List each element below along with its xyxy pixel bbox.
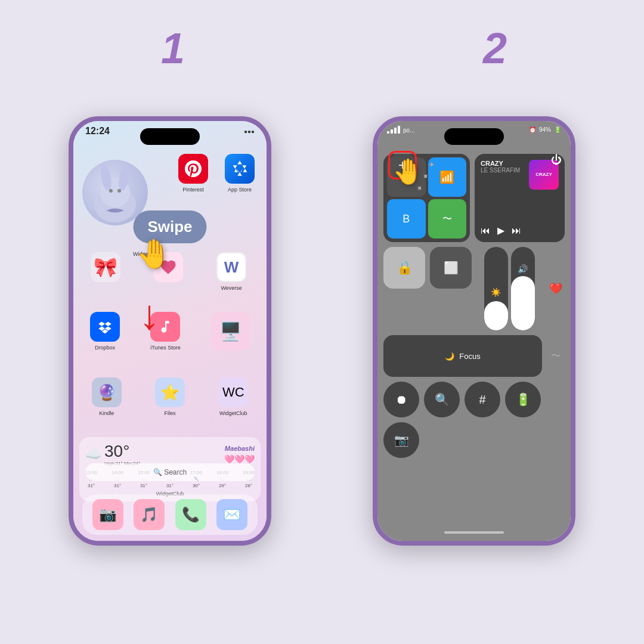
computer-icon: 🖥️: [211, 312, 250, 351]
next-icon[interactable]: ⏭: [512, 225, 521, 236]
step-2-number: 2: [483, 24, 507, 73]
computer-widget[interactable]: 🖥️: [211, 312, 250, 354]
play-icon[interactable]: ▶: [497, 225, 504, 236]
status-icons: ●●●: [244, 128, 255, 135]
power-icon[interactable]: ⏻: [551, 154, 562, 166]
swipe-label: Swipe: [147, 218, 192, 236]
wifi-side-icon: 〜: [547, 335, 565, 377]
step-1-number: 1: [161, 24, 185, 73]
signal-bar-2: [391, 129, 393, 134]
music-artist: LE SSERAFIM: [481, 167, 520, 174]
sliders-group: ☀️ 🔊: [476, 247, 542, 330]
heart-side: ❤️: [547, 247, 565, 330]
airdrop-btn[interactable]: 〜: [428, 199, 467, 239]
sparkle-2: ✦: [428, 160, 435, 169]
search-text: 🔍 Search: [153, 468, 187, 476]
widgetclub-2-app[interactable]: WC WidgetClub: [218, 377, 248, 416]
music-title: CRAZY: [481, 160, 520, 167]
pinterest-app[interactable]: Pinterest: [172, 154, 214, 193]
record-btn[interactable]: ⏺: [383, 382, 419, 417]
phone-1-screen: 12:24 ●●●: [73, 121, 267, 541]
hand-cursor-2: 🤚: [392, 157, 423, 186]
app-row-3: Dropbox iTunes Store 🖥️: [76, 312, 264, 354]
camera-dock-icon[interactable]: 📷: [92, 499, 123, 530]
bluetooth-btn[interactable]: B: [387, 199, 426, 239]
itunes-label: iTunes Store: [150, 345, 181, 351]
signal-bar-4: [398, 126, 400, 134]
widgetclub-2-label: WidgetClub: [219, 410, 247, 416]
alarm-icon: ⏰: [529, 126, 536, 133]
appstore-app[interactable]: App Store: [219, 154, 261, 193]
calculator-btn[interactable]: #: [465, 382, 500, 417]
hearts-decoration: 🩷🩷🩷: [224, 454, 255, 464]
battery-icon: 🔋: [554, 126, 561, 133]
files-app[interactable]: ⭐ Files: [155, 377, 185, 416]
prev-icon[interactable]: ⏮: [481, 225, 490, 236]
files-icon: ⭐: [155, 377, 185, 407]
files-label: Files: [164, 410, 175, 416]
weather-info: 30° High:31° Min:24°: [104, 442, 140, 466]
magnify-btn[interactable]: 🔍: [424, 382, 460, 417]
kindle-icon: 🔮: [92, 377, 122, 407]
dynamic-island-2: [444, 128, 504, 145]
screen-mirror-btn[interactable]: ⬜: [430, 247, 472, 289]
appstore-icon: [225, 154, 255, 184]
weverse-icon: W: [216, 252, 246, 282]
pinterest-icon: [178, 154, 208, 184]
phone-1: 12:24 ●●●: [69, 116, 271, 546]
cloud-icon: ☁️: [85, 447, 101, 462]
kindle-app[interactable]: 🔮 Kindle: [92, 377, 122, 416]
control-center: ✈️ 📶 B 〜 CRAZY LE SSERAFIM: [383, 154, 565, 458]
music-controls: ⏮ ▶ ⏭: [481, 225, 559, 236]
focus-label: Focus: [459, 352, 480, 361]
appstore-label: App Store: [228, 187, 252, 193]
dynamic-island-1: [140, 128, 200, 145]
weverse-label: Weverse: [221, 285, 242, 291]
bow-app[interactable]: 🎀: [91, 252, 120, 291]
cc-row-2: 🔒 ⬜ ☀️ 🔊 ❤️: [383, 247, 565, 330]
music-tile-top: CRAZY LE SSERAFIM CRAZY: [481, 160, 559, 190]
music-tile[interactable]: CRAZY LE SSERAFIM CRAZY ⏮ ▶ ⏭: [475, 154, 565, 242]
svg-point-5: [117, 189, 121, 193]
sun-icon: ☀️: [491, 287, 501, 297]
search-bar[interactable]: 🔍 Search: [85, 463, 255, 481]
home-bar: [444, 531, 504, 534]
mail-dock-icon[interactable]: ✉️: [216, 499, 247, 530]
volume-slider[interactable]: 🔊: [511, 247, 535, 330]
music-dock-icon[interactable]: 🎵: [134, 499, 165, 530]
cc-bottom-row-1: ⏺ 🔍 # 🔋: [383, 382, 565, 417]
temperature: 30°: [104, 442, 140, 461]
hand-cursor-1: 🤚: [136, 237, 172, 271]
widgetclub-2-icon: WC: [218, 377, 248, 407]
bow-icon: 🎀: [91, 252, 120, 282]
camera-btn[interactable]: 📷: [383, 422, 419, 458]
dropbox-app[interactable]: Dropbox: [90, 312, 120, 354]
moon-icon: 🌙: [445, 352, 454, 361]
kindle-label: Kindle: [99, 410, 114, 416]
weverse-app[interactable]: W Weverse: [216, 252, 246, 291]
clock: 12:24: [85, 126, 110, 137]
dropbox-label: Dropbox: [95, 345, 115, 351]
volume-fill: [511, 276, 535, 330]
cc-row-3: 🌙 Focus 〜: [383, 335, 565, 377]
brightness-fill: [484, 301, 508, 330]
main-container: 1 2 12:24 ●●●: [0, 0, 644, 644]
cc-bottom-row-2: 📷: [383, 422, 565, 458]
phone-2: po... ⏰ 94% 🔋 ✈️ 📶 B 〜: [373, 116, 575, 546]
pinterest-label: Pinterest: [182, 187, 204, 193]
battery-group: ⏰ 94% 🔋: [529, 126, 561, 133]
red-arrow: ↓: [139, 294, 160, 336]
app-row-4: 🔮 Kindle ⭐ Files WC WidgetClub: [76, 377, 264, 416]
music-info: CRAZY LE SSERAFIM: [481, 160, 520, 174]
signal-bar-1: [387, 131, 389, 134]
brightness-slider[interactable]: ☀️: [484, 247, 508, 330]
volume-icon: 🔊: [518, 264, 528, 274]
signal-bar-3: [394, 128, 397, 134]
battery-percent: 94%: [539, 126, 551, 133]
screen-lock-btn[interactable]: 🔒: [383, 247, 425, 289]
city-name: Maebashi: [225, 445, 255, 452]
battery-saver-btn[interactable]: 🔋: [505, 382, 541, 417]
phone-dock-icon[interactable]: 📞: [175, 499, 206, 530]
weather-top: ☁️ 30° High:31° Min:24° Maebashi 🩷🩷🩷: [85, 442, 255, 466]
focus-tile[interactable]: 🌙 Focus: [383, 335, 542, 377]
